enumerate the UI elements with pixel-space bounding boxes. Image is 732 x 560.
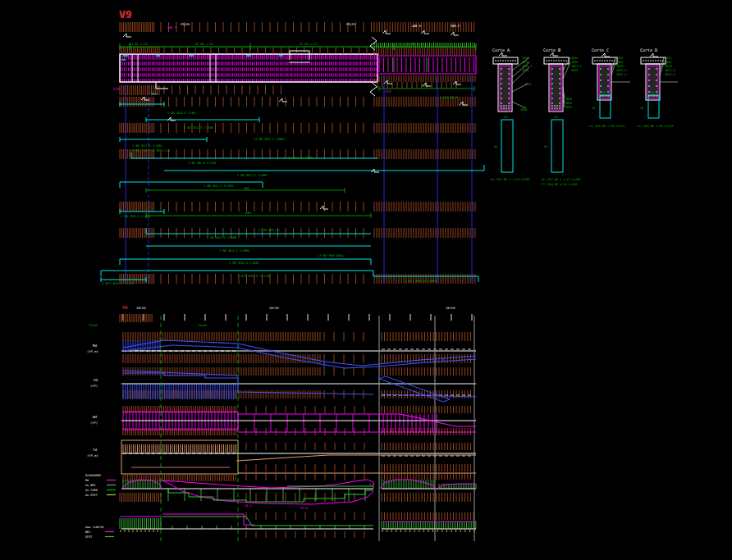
rebar-dot [505,60,506,61]
rebar-dot [600,95,602,97]
rebar-dot [508,78,510,80]
rebar-dot [660,60,661,61]
annotation-texts: V9P3|P6P3|P54Ø6.33Ø6.39Ø6.3N1 Ø5 c/10N1 … [85,8,675,539]
anchor-hook-icon [650,53,658,57]
hatch-comb-rows [120,57,476,532]
annotation-text: 18.3 [245,504,251,508]
anchor-hook-icon [550,52,558,56]
annotation-text: Corte C [592,48,609,52]
rebar-dot [507,60,509,61]
drawing-line [156,82,168,89]
annotation-text: 2 N4 Ø8.0 C=420 [188,161,217,165]
rebar-dot [501,73,502,75]
rebar-dot [508,105,510,107]
annotation-text: 2 N10 Ø16.0 C=1105 [237,274,271,278]
annotation-text: N1 Ø5 c/10 [195,43,213,46]
annotation-text: 1 N9 Ø16.0 C=699 [229,261,259,265]
rebar-dot [556,60,557,61]
annotation-text: 3Ø16 [522,57,528,60]
annotation-text: V9 [119,8,132,20]
rebar-dot [551,68,553,70]
annotation-text: 2Ø12.5 [665,73,675,76]
rebar-dot [551,73,553,75]
drawing-line [168,489,373,502]
annotation-text: Corte A [492,48,510,52]
outline-rect [121,440,238,474]
annotation-text: N1 Ø5 c/10 [406,43,424,46]
annotation-text: 9Ø6.3 [167,26,176,30]
annotation-text: 2Ø16 [665,61,671,64]
rebar-dot [559,98,560,99]
rebar-dot [559,107,560,109]
annotation-text: 1 N7 Ø12.5 C=690 [207,235,237,239]
rebar-dot [653,95,655,97]
rebar-dot [501,105,502,107]
rebar-dot [607,95,609,97]
drawing-line [164,165,484,171]
annotation-text: 2Ø12.5 [571,65,582,68]
cad-drawing-canvas[interactable]: V9 V9P3|P6P3|P54Ø6.33Ø6.39Ø6.3N1 Ø5 c/10… [0,0,732,560]
rebar-dot [643,60,644,61]
rebar-dot [657,60,659,61]
rebar-dot [648,68,650,70]
annotation-text: (tf) [90,384,98,388]
annotation-text: 2Ø12.5 [616,73,627,76]
cad-viewport[interactable]: V9 V9P3|P6P3|P54Ø6.33Ø6.39Ø6.3N1 Ø5 c/10… [0,0,732,560]
rebar-dot [559,68,560,70]
annotation-text: 2Ø16 [524,83,531,86]
annotation-text: 15x40 [89,324,98,327]
annotation-text: 2Ø10 [665,65,671,68]
annotation-text: 29.4 [300,507,307,510]
rebar-dot [656,85,657,87]
annotation-text: 1Ø12.5 [665,69,675,72]
rebar-dot [655,60,657,61]
annotation-text: (f) N14 Ø5 c/15 C=186 [541,183,577,186]
rebar-dot [501,102,502,104]
rebar-dot [502,60,504,61]
outline-rect [551,120,563,172]
rebar-dot [604,60,606,61]
rebar-dot [551,105,553,107]
rebar-dot [554,107,556,109]
annotation-text: 2 N12 Ø10.0 C=143 [102,281,134,285]
rebar-dot [559,83,560,84]
drawing-line [162,480,373,504]
rebar-dot [501,98,502,99]
rebar-dot [650,60,652,61]
rebar-dot [559,93,560,94]
rebar-dot [551,107,553,109]
rebar-dot [506,105,507,107]
rebar-dot [647,60,649,61]
rebar-dot [501,107,502,109]
rebar-dot [648,95,650,97]
annotation-text: 2 N13 Ø6.3 [440,96,458,99]
annotation-text: 10+20 [446,306,455,310]
rebar-dot [600,68,602,70]
annotation-text: 9.1 [369,483,374,486]
annotation-text: 3Ø16 [571,61,578,64]
annotation-text: (e) N13 Ø6.3 c/12 C=205 [541,178,580,181]
rebar-dot [656,80,657,81]
annotation-text: Corte D [640,48,657,52]
rebar-dot [551,78,553,80]
annotation-text: 305 [244,186,249,190]
drawing-line [162,517,373,526]
anchor-hook-icon [384,80,392,84]
anchor-hook-icon [451,32,459,35]
rebar-dot [497,60,499,61]
annotation-text: 3Ø20 [520,108,527,112]
annotation-text: (tf.m) [87,349,98,353]
rebar-dot [563,60,565,61]
rebar-dot [559,105,560,107]
rebar-dot [508,83,510,84]
annotation-text: V13 [385,89,391,93]
annotation-text: (tf) [90,421,98,425]
rebar-dot [512,60,514,61]
annotation-text: 2Ø16 [565,98,572,101]
rebar-dot [602,60,603,61]
rebar-dot [508,68,510,70]
annotation-text: As NEC [85,484,96,487]
annotation-text: 1 N2 Ø12.5 C=305 [184,125,214,130]
rebar-dot [501,78,502,80]
annotation-text: 3Ø12.5 [522,65,533,68]
